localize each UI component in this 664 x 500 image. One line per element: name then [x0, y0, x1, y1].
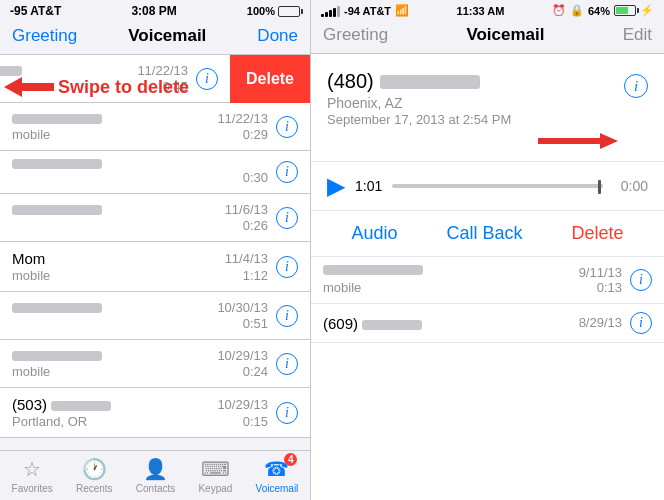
info-icon-detail[interactable]: i — [624, 74, 648, 98]
player-area: ▶ 1:01 0:00 — [311, 162, 664, 211]
keypad-icon: ⌨ — [201, 457, 230, 481]
tab-contacts[interactable]: 👤 Contacts — [136, 457, 175, 494]
alarm-icon: ⏰ — [552, 4, 566, 17]
info-icon-7[interactable]: i — [276, 353, 298, 375]
player-time-left: 1:01 — [355, 178, 382, 194]
tab-keypad[interactable]: ⌨ Keypad — [198, 457, 232, 494]
star-icon: ☆ — [23, 457, 41, 481]
status-right-group: ⏰ 🔒 64% ⚡ — [552, 4, 654, 17]
greeting-btn-left[interactable]: Greeting — [12, 26, 77, 46]
caller-info: (480) Phoenix, AZ September 17, 2013 at … — [327, 70, 624, 127]
greeting-right[interactable]: Greeting — [323, 25, 388, 45]
battery-icon-left — [278, 6, 300, 17]
status-left-group: -94 AT&T 📶 — [321, 4, 409, 17]
status-bar-left: -95 AT&T 3:08 PM 100% — [0, 0, 310, 22]
vm-mini-row-2[interactable]: (609) 8/29/13 i — [311, 304, 664, 343]
caller-date: September 17, 2013 at 2:54 PM — [327, 112, 624, 127]
done-btn-left[interactable]: Done — [257, 26, 298, 46]
swipe-label: Swipe to delete — [58, 77, 189, 98]
annotation-container: 11/22/13 mobile 0:29 i Swipe to delete — [0, 103, 310, 151]
time-right: 11:33 AM — [457, 5, 505, 17]
blurred-name-3 — [12, 159, 102, 169]
vm-row-4[interactable]: 11/6/13 0:26 i — [0, 194, 310, 242]
caller-number: (480) — [327, 70, 624, 93]
action-row: Audio Call Back Delete — [311, 211, 664, 257]
voicemail-detail: (480) Phoenix, AZ September 17, 2013 at … — [311, 54, 664, 162]
signal-bars — [321, 5, 340, 17]
info-icon-8[interactable]: i — [276, 402, 298, 424]
audio-button[interactable]: Audio — [351, 223, 397, 244]
red-arrow-right-area — [327, 131, 648, 151]
nav-bar-right: Greeting Voicemail Edit — [311, 21, 664, 54]
voicemail-badge-container: ☎ 4 — [264, 457, 289, 481]
blurred-name-7 — [12, 351, 102, 361]
voicemail-list-left: 11/22/13 mobile 0:45 i Delete — [0, 55, 310, 450]
carrier-right: -94 AT&T — [344, 5, 391, 17]
progress-thumb — [598, 180, 601, 194]
left-panel: -95 AT&T 3:08 PM 100% Greeting Voicemail… — [0, 0, 310, 500]
contacts-icon: 👤 — [143, 457, 168, 481]
caller-header: (480) Phoenix, AZ September 17, 2013 at … — [327, 70, 648, 127]
info-icon-4[interactable]: i — [276, 207, 298, 229]
vm-row-2[interactable]: 11/22/13 mobile 0:29 i — [0, 103, 310, 151]
carrier-left: -95 AT&T — [10, 4, 61, 18]
red-arrow-annotation — [4, 75, 54, 99]
progress-bar[interactable] — [392, 184, 603, 188]
caller-location: Phoenix, AZ — [327, 95, 624, 111]
title-left: Voicemail — [128, 26, 206, 46]
delete-button-detail[interactable]: Delete — [571, 223, 623, 244]
recents-icon: 🕐 — [82, 457, 107, 481]
title-right: Voicemail — [466, 25, 544, 45]
info-icon-6[interactable]: i — [276, 305, 298, 327]
info-icon-2[interactable]: i — [276, 116, 298, 138]
blurred-name-2 — [12, 114, 102, 124]
vm-row-8[interactable]: (503) 10/29/13 Portland, OR 0:15 i — [0, 388, 310, 438]
delete-btn-row-1[interactable]: Delete — [230, 55, 310, 103]
tab-bar-left: ☆ Favorites 🕐 Recents 👤 Contacts ⌨ Keypa… — [0, 450, 310, 500]
lightning-icon: ⚡ — [640, 4, 654, 17]
battery-fill-right — [616, 7, 628, 14]
battery-pct-right: 64% — [588, 5, 610, 17]
mini-blurred-1 — [323, 265, 423, 275]
tab-voicemail[interactable]: ☎ 4 Voicemail — [256, 457, 299, 494]
vm-mini-row-1[interactable]: 9/11/13 mobile 0:13 i — [311, 257, 664, 304]
blurred-name-4 — [12, 205, 102, 215]
status-bar-right: -94 AT&T 📶 11:33 AM ⏰ 🔒 64% ⚡ — [311, 0, 664, 21]
nav-bar-left: Greeting Voicemail Done — [0, 22, 310, 55]
vm-row-6[interactable]: 10/30/13 0:51 i — [0, 292, 310, 340]
tab-recents[interactable]: 🕐 Recents — [76, 457, 113, 494]
info-icon-3[interactable]: i — [276, 161, 298, 183]
time-left: 3:08 PM — [131, 4, 176, 18]
callback-button[interactable]: Call Back — [446, 223, 522, 244]
voicemail-badge: 4 — [284, 453, 298, 466]
right-panel: -94 AT&T 📶 11:33 AM ⏰ 🔒 64% ⚡ Greeting V… — [310, 0, 664, 500]
red-arrow-icon — [4, 75, 54, 99]
vm-row-7[interactable]: 10/29/13 mobile 0:24 i — [0, 340, 310, 388]
caller-number-blurred — [380, 75, 480, 89]
player-time-right: 0:00 — [613, 178, 648, 194]
info-icon-5[interactable]: i — [276, 256, 298, 278]
info-icon-mini-1[interactable]: i — [630, 269, 652, 291]
battery-icon-right — [614, 5, 636, 16]
svg-marker-0 — [4, 77, 54, 97]
tab-favorites[interactable]: ☆ Favorites — [12, 457, 53, 494]
lock-icon: 🔒 — [570, 4, 584, 17]
vm-row-5[interactable]: Mom 11/4/13 mobile 1:12 i — [0, 242, 310, 292]
blurred-name-6 — [12, 303, 102, 313]
play-button[interactable]: ▶ — [327, 172, 345, 200]
vm-row-3[interactable]: 0:30 i — [0, 151, 310, 194]
svg-marker-1 — [538, 133, 618, 149]
info-icon-mini-2[interactable]: i — [630, 312, 652, 334]
info-icon-1[interactable]: i — [196, 68, 218, 90]
edit-btn-right[interactable]: Edit — [623, 25, 652, 45]
blurred-name-1 — [0, 66, 22, 76]
wifi-icon: 📶 — [395, 4, 409, 17]
red-arrow-right-icon — [538, 131, 618, 151]
battery-left: 100% — [247, 5, 300, 17]
